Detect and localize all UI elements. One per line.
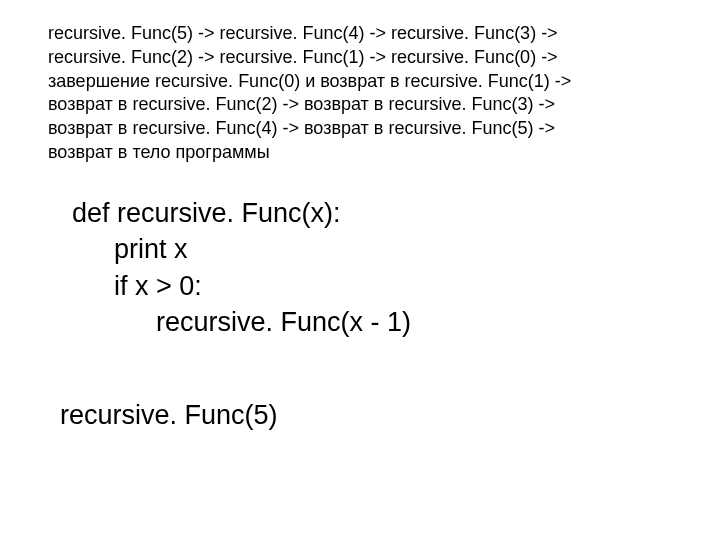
code-line-recurse: recursive. Func(x - 1): [72, 304, 411, 340]
code-line-if: if x > 0:: [72, 268, 411, 304]
trace-line: возврат в recursive. Func(2) -> возврат …: [48, 93, 648, 117]
trace-line: возврат в recursive. Func(4) -> возврат …: [48, 117, 648, 141]
trace-line: завершение recursive. Func(0) и возврат …: [48, 70, 648, 94]
trace-line: возврат в тело программы: [48, 141, 648, 165]
trace-line: recursive. Func(5) -> recursive. Func(4)…: [48, 22, 648, 46]
code-snippet: def recursive. Func(x): print x if x > 0…: [72, 195, 411, 341]
code-line-def: def recursive. Func(x):: [72, 195, 411, 231]
execution-trace: recursive. Func(5) -> recursive. Func(4)…: [48, 22, 648, 165]
function-call: recursive. Func(5): [60, 400, 278, 431]
trace-line: recursive. Func(2) -> recursive. Func(1)…: [48, 46, 648, 70]
code-line-print: print x: [72, 231, 411, 267]
